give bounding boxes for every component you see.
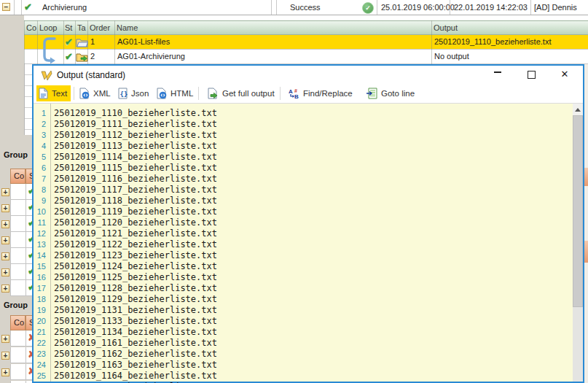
toolbar-button-find-replace[interactable]: A # B Find/Replace <box>286 85 355 101</box>
output-line[interactable]: 1425012019_1123_bezieherliste.txt <box>34 249 558 260</box>
line-number: 5 <box>34 152 46 161</box>
dialog-title-bar[interactable]: Output (standard) ✕ <box>34 66 583 85</box>
output-line[interactable]: 2325012019_1162_bezieherliste.txt <box>34 348 558 359</box>
output-line[interactable]: 2525012019_1164_bezieherliste.txt <box>34 370 558 381</box>
divider <box>26 364 26 379</box>
output-line[interactable]: 425012019_1113_bezieherliste.txt <box>34 140 558 151</box>
line-number: 12 <box>34 229 46 238</box>
job-datetime-end: 22.01.2019 14:22:03 <box>454 3 528 12</box>
output-line[interactable]: 2025012019_1133_bezieherliste.txt <box>34 315 558 326</box>
output-line[interactable]: 2425012019_1163_bezieherliste.txt <box>34 359 558 370</box>
divider <box>431 20 432 64</box>
output-line[interactable]: 1625012019_1125_bezieherliste.txt <box>34 271 558 282</box>
output-line[interactable]: 525012019_1114_bezieherliste.txt <box>34 151 558 162</box>
svg-text:#: # <box>294 88 297 93</box>
expand-row-icon[interactable]: + <box>1 252 9 260</box>
line-number: 10 <box>34 207 46 216</box>
output-line[interactable]: 725012019_1116_bezieherliste.txt <box>34 173 558 184</box>
output-line[interactable]: 2225012019_1161_bezieherliste.txt <box>34 337 558 348</box>
line-text: 25012019_1119_bezieherliste.txt <box>54 206 217 217</box>
col-header-ta[interactable]: Ta <box>77 23 86 32</box>
line-number: 11 <box>34 218 46 227</box>
expand-row-icon[interactable]: + <box>1 188 9 196</box>
output-line[interactable]: 1125012019_1120_bezieherliste.txt <box>34 217 558 228</box>
output-line[interactable]: 1025012019_1119_bezieherliste.txt <box>34 206 558 217</box>
minimize-button[interactable] <box>485 66 511 83</box>
line-text: 25012019_1122_bezieherliste.txt <box>54 239 217 249</box>
divider <box>450 0 450 15</box>
line-text: 25012019_1114_bezieherliste.txt <box>54 152 217 162</box>
output-line[interactable]: 1925012019_1131_bezieherliste.txt <box>34 304 558 315</box>
toolbar-button-text[interactable]: Text <box>36 85 71 101</box>
maximize-button[interactable] <box>518 66 544 83</box>
tasks-table-header[interactable]: Co Loop St Ta Order Name Output <box>24 20 588 35</box>
job-datetime-start: 25.01.2019 06:00:00 <box>381 3 455 12</box>
col-header-order[interactable]: Order <box>90 23 110 32</box>
output-line[interactable]: 325012019_1112_bezieherliste.txt <box>34 129 558 140</box>
output-line[interactable]: 2125012019_1134_bezieherliste.txt <box>34 326 558 337</box>
output-line[interactable]: 925012019_1118_bezieherliste.txt <box>34 195 558 206</box>
background-sliver <box>584 64 588 383</box>
expand-row-icon[interactable]: + <box>1 268 9 276</box>
line-number: 21 <box>34 328 46 336</box>
divider <box>24 20 25 64</box>
expand-row-icon[interactable]: + <box>1 335 9 343</box>
output-line[interactable]: 625012019_1115_bezieherliste.txt <box>34 162 558 173</box>
divider <box>271 0 272 15</box>
toolbar-separator <box>280 87 281 100</box>
output-line[interactable]: 825012019_1117_bezieherliste.txt <box>34 184 558 195</box>
toolbar-separator <box>198 87 199 100</box>
group-panel-1-label: Group <box>4 150 28 159</box>
expand-row-icon[interactable]: + <box>1 204 9 212</box>
output-line[interactable]: 1525012019_1124_bezieherliste.txt <box>34 260 558 271</box>
expand-row-icon[interactable]: + <box>1 285 9 293</box>
toolbar-button-html[interactable]: HTML <box>154 85 195 101</box>
output-line[interactable]: 125012019_1110_bezieherliste.txt <box>34 107 558 118</box>
col-header-st[interactable]: St <box>65 23 72 32</box>
maximize-icon <box>528 71 536 79</box>
expand-row-icon[interactable]: + <box>1 236 9 244</box>
col-header-loop[interactable]: Loop <box>39 23 57 32</box>
minimize-icon <box>494 71 501 73</box>
expand-row-icon[interactable]: + <box>1 368 9 376</box>
col-header-output[interactable]: Output <box>434 23 458 32</box>
line-text: 25012019_1162_bezieherliste.txt <box>54 349 217 359</box>
output-text-area[interactable]: 125012019_1110_bezieherliste.txt22501201… <box>34 104 583 382</box>
toolbar-button-xml[interactable]: XML <box>77 85 113 101</box>
task-row[interactable]: ✔2AG01-ArchivierungNo output <box>24 50 588 64</box>
scrollbar-thumb[interactable] <box>573 115 583 307</box>
output-line[interactable]: 225012019_1111_bezieherliste.txt <box>34 118 558 129</box>
divider <box>37 20 38 64</box>
line-text: 25012019_1163_bezieherliste.txt <box>54 360 217 370</box>
scroll-up-button[interactable] <box>573 104 583 115</box>
collapse-job-icon[interactable]: − <box>2 3 10 11</box>
col-header-name[interactable]: Name <box>117 23 138 32</box>
expand-row-icon[interactable]: + <box>1 352 9 360</box>
svg-text:A: A <box>289 88 293 95</box>
divider <box>26 248 26 263</box>
job-row[interactable]: − ✔ Archivierung Success ✓ 25.01.2019 06… <box>0 0 588 15</box>
divider <box>26 200 26 215</box>
folder-open-icon <box>76 37 88 50</box>
divider <box>63 20 64 64</box>
group-col-header-co[interactable]: Co <box>10 315 26 330</box>
app-screen: − ✔ Archivierung Success ✓ 25.01.2019 06… <box>0 0 588 383</box>
line-text: 25012019_1121_bezieherliste.txt <box>54 228 217 239</box>
task-output: 25012019_1110_bezieherliste.txt <box>434 37 551 46</box>
vertical-scrollbar[interactable] <box>573 104 583 382</box>
close-button[interactable]: ✕ <box>552 66 578 83</box>
dialog-title: Output (standard) <box>57 70 125 80</box>
group-col-header-co[interactable]: Co <box>10 169 26 184</box>
toolbar-button-json[interactable]: {} Json <box>116 85 151 101</box>
output-line[interactable]: 1325012019_1122_bezieherliste.txt <box>34 239 558 249</box>
toolbar-button-get-full-output[interactable]: Get full output <box>205 85 277 101</box>
task-row[interactable]: ✔1AG01-List-files25012019_1110_bezieherl… <box>24 35 588 50</box>
toolbar-button-goto-line[interactable]: Goto line <box>364 85 417 101</box>
expand-row-icon[interactable]: + <box>1 220 9 228</box>
output-line[interactable]: 1725012019_1128_bezieherliste.txt <box>34 282 558 293</box>
col-header-co[interactable]: Co <box>26 23 36 32</box>
divider <box>14 0 15 15</box>
output-line[interactable]: 1225012019_1121_bezieherliste.txt <box>34 228 558 239</box>
dialog-toolbar: Text XML {} Json <box>34 85 583 104</box>
output-line[interactable]: 1825012019_1129_bezieherliste.txt <box>34 293 558 304</box>
